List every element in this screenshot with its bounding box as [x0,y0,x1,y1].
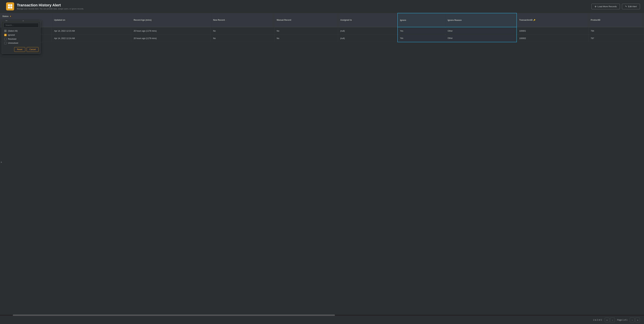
page-last-button[interactable]: » [635,318,640,322]
table-row: ✎ Ignored Apr 14, 2022 12:23 AM 20 hours… [0,27,644,35]
row-0-record-age: 20 hours ago (1178 mins) [131,27,211,35]
row-0-ignore-reason: Other [445,27,517,35]
assigned-to-label: Assigned to [340,19,352,21]
manual-record-label: Manual Record [277,19,291,21]
load-more-button[interactable]: ⊕ Load More Records [592,4,620,9]
filter-search-input[interactable] [4,23,38,28]
page-footer: 1 to 2 of 2 « ‹ Page 1 of 1 › » [0,316,644,324]
row-1-assigned-to: (null) [338,35,398,42]
row-0-new-record: No [211,27,274,35]
edit-alert-label: Edit Alert [628,5,637,8]
updated-on-header: Updated on [52,13,131,27]
assigned-to-header: Assigned to [338,13,398,27]
filter-checkbox-1 [4,34,6,36]
record-age-label: Record Age (mins) [134,19,152,21]
filter-checkbox-3 [4,42,6,44]
sort-down-icon: ↓ [226,19,226,21]
filter-option-2[interactable]: Resolved [4,37,38,41]
row-1-new-record: No [211,35,274,42]
status-header-cell: Status ▼ [2,15,49,17]
pagination-controls: « ‹ Page 1 of 1 › » [605,318,640,322]
header-title-group: Transaction History Alert Manage your re… [17,3,84,10]
ignore-header: Ignore [398,13,445,27]
row-0-transaction-id: 100001 [517,27,588,35]
record-count: 1 to 2 of 2 [593,319,602,321]
ignore-reason-header: Ignore Reason [445,13,517,27]
row-1-product-id: 797 [588,35,644,42]
sidebar-toggle[interactable]: » [0,160,3,164]
product-id-header: ProductID [588,13,644,27]
row-0-product-id: 794 [588,27,644,35]
edit-icon: ✎ [625,5,627,8]
filter-option-label-0: (Select All) [8,30,18,32]
filter-option-0[interactable]: (Select All) [4,29,38,33]
page-prev-button[interactable]: ‹ [610,318,615,322]
status-filter-active-icon: ▼ [10,15,12,17]
status-label: Status [2,15,8,17]
row-0-updated-on: Apr 14, 2022 12:23 AM [52,27,131,35]
ignore-reason-label: Ignore Reason [448,19,462,21]
row-1-manual-record: No [274,35,338,42]
filter-cancel-button[interactable]: Cancel [26,47,38,52]
table-header-row: Status ▼ ☰ ▼ 🗑 Updated on [0,13,644,27]
record-age-header: Record Age (mins) [131,13,211,27]
edit-alert-button[interactable]: ✎ Edit Alert [622,4,640,9]
page-subtitle: Manage your records here. You can provid… [17,8,84,10]
status-filter-dropdown: (Select All) Ignored Resolved Unresolved… [2,21,40,54]
filter-options-list: (Select All) Ignored Resolved Unresolved [4,29,38,45]
table-body: ✎ Ignored Apr 14, 2022 12:23 AM 20 hours… [0,27,644,42]
transaction-id-label: TransactionID [519,19,532,21]
filter-option-3[interactable]: Unresolved [4,41,38,45]
header-left: Transaction History Alert Manage your re… [6,2,84,10]
new-record-label: New Record [213,19,225,21]
plus-circle-icon: ⊕ [595,5,596,8]
page-header: Transaction History Alert Manage your re… [0,0,644,13]
page-first-button[interactable]: « [605,318,610,322]
header-actions: ⊕ Load More Records ✎ Edit Alert [592,4,640,9]
manual-record-header: Manual Record [274,13,338,27]
table-row: ✎ Ignored Apr 14, 2022 12:24 AM 20 hours… [0,35,644,42]
product-id-label: ProductID [591,19,600,21]
updated-on-label: Updated on [54,19,65,21]
filter-checkbox-2 [4,38,6,40]
row-1-ignore: Yes [398,35,445,42]
key-icon: 🔑 [533,19,535,21]
filter-option-label-2: Resolved [8,38,16,40]
records-table: Status ▼ ☰ ▼ 🗑 Updated on [0,13,644,42]
transaction-id-header: TransactionID 🔑 [517,13,588,27]
row-0-assigned-to: (null) [338,27,398,35]
row-1-record-age: 20 hours ago (1178 mins) [131,35,211,42]
svg-rect-1 [10,4,12,6]
filter-option-label-1: Ignored [8,34,15,36]
horizontal-scrollbar-thumb[interactable] [13,315,335,316]
ignore-label: Ignore [400,19,406,21]
row-1-updated-on: Apr 14, 2022 12:24 AM [52,35,131,42]
row-0-manual-record: No [274,27,338,35]
table-container[interactable]: Status ▼ ☰ ▼ 🗑 Updated on [0,13,644,315]
load-more-label: Load More Records [598,5,617,8]
svg-rect-0 [8,4,10,6]
filter-action-buttons: Reset Cancel [4,47,38,52]
svg-rect-2 [8,6,10,8]
main-content: Status ▼ ☰ ▼ 🗑 Updated on [0,13,644,316]
page-info: Page 1 of 1 [616,319,629,321]
new-record-header: New Record ↓ [211,13,274,27]
filter-checkbox-0 [4,30,6,32]
app-icon [6,2,14,10]
transaction-id-header-cell: TransactionID 🔑 [519,19,586,21]
row-0-ignore: Yes [398,27,445,35]
row-1-ignore-reason: Other [445,35,517,42]
new-record-header-cell: New Record ↓ [213,19,272,21]
filter-reset-button[interactable]: Reset [14,47,25,52]
filter-option-1[interactable]: Ignored [4,33,38,37]
row-1-transaction-id: 100002 [517,35,588,42]
horizontal-scrollbar[interactable] [0,315,644,316]
svg-rect-3 [10,6,12,8]
grid-icon [8,4,13,9]
page-title: Transaction History Alert [17,3,84,7]
filter-option-label-3: Unresolved [8,42,18,44]
page-next-button[interactable]: › [630,318,634,322]
